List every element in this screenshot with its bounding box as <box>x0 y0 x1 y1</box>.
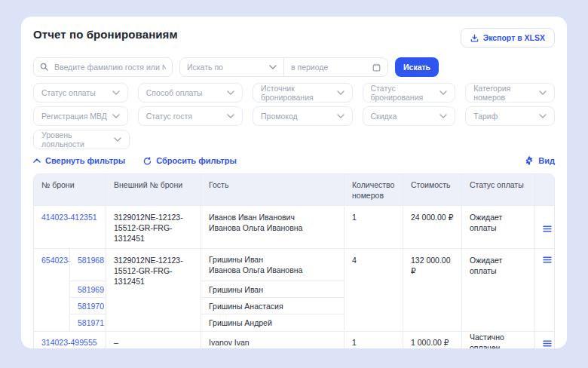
report-card: Отчет по бронированиям Экспорт в XLSX Ис… <box>21 17 567 348</box>
sub-booking-cell: 581970 <box>70 298 106 314</box>
booking-no-cell: 414023-412351 <box>34 206 106 248</box>
guest-cell: Иванов Иван Иванович Иванова Ольга Ивано… <box>201 206 345 248</box>
calendar-icon <box>372 63 381 72</box>
filter-mvd-registration[interactable]: Регистрация МВД <box>33 106 128 126</box>
booking-no-link[interactable]: 314023-499555 <box>41 337 97 348</box>
chevron-down-icon <box>112 90 120 95</box>
filter-label: Статус бронирования <box>371 84 440 102</box>
filter-tariff[interactable]: Тариф <box>465 106 555 126</box>
search-submit-button[interactable]: Искать <box>395 57 439 77</box>
booking-no-cell: 314023-499555 <box>34 332 106 348</box>
sub-booking-link[interactable]: 581970 <box>78 301 104 311</box>
export-button-label: Экспорт в XLSX <box>483 33 545 42</box>
chevron-down-icon <box>337 90 345 95</box>
period-date-input[interactable]: в периоде <box>284 58 387 76</box>
sub-booking-link[interactable]: 581968 <box>78 255 104 265</box>
chevron-down-icon <box>439 114 447 118</box>
sub-booking-link[interactable]: 581969 <box>78 284 104 295</box>
filter-booking-source[interactable]: Источник бронирования <box>253 83 353 103</box>
filter-guest-status[interactable]: Статус гостя <box>138 106 243 126</box>
search-row: Искать по в периоде Искать <box>33 57 555 77</box>
row-actions-button[interactable] <box>543 339 552 347</box>
bookings-table: № брони Внешний № брони Гость Количество… <box>33 173 555 348</box>
collapse-filters-label: Свернуть фильтры <box>45 156 125 165</box>
guest-name: Иванов Иван Иванович <box>209 212 336 222</box>
chevron-down-icon <box>227 114 234 118</box>
guest-name: Гришины Иван <box>209 254 336 265</box>
filter-label: Скидка <box>371 112 397 121</box>
header-payment-status: Статус оплаты <box>462 174 535 205</box>
filter-row-3: Уровень лояльности <box>33 130 555 149</box>
header-guest: Гость <box>201 174 345 205</box>
filter-promocode[interactable]: Промокод <box>253 106 353 126</box>
chevron-down-icon <box>337 114 345 118</box>
header-actions <box>535 174 554 205</box>
guest-cell: Ivanov Ivan <box>201 332 345 348</box>
header-booking-no: № брони <box>34 174 106 205</box>
table-row: 414023-412351 3129012NE-12123-15512-GR-F… <box>34 206 554 249</box>
filter-payment-method[interactable]: Способ оплаты <box>138 83 243 103</box>
rooms-cell: 4 <box>345 249 403 331</box>
table-row-group: 654023- 581968 581969 581970 581971 3129… <box>34 249 554 332</box>
guest-name: Гришины Анастасия <box>209 301 336 311</box>
guest-name: Иванова Ольга Ивановна <box>209 222 336 233</box>
row-actions-button[interactable] <box>543 212 552 244</box>
group-booking-no: 654023- <box>34 249 69 331</box>
chevron-down-icon <box>439 90 447 95</box>
header-external-no: Внешний № брони <box>106 174 201 205</box>
search-by-select[interactable]: Искать по <box>180 58 284 76</box>
filter-label: Статус оплаты <box>41 88 96 97</box>
page-title: Отчет по бронированиям <box>33 28 178 41</box>
guest-cell: Гришины Иван Иванова Ольга Ивановна Гриш… <box>201 249 345 331</box>
guest-sub-cell: Гришины Анастасия <box>201 298 344 314</box>
header-price: Стоимость <box>403 174 462 205</box>
filter-payment-status[interactable]: Статус оплаты <box>33 83 128 103</box>
external-no-cell: – <box>106 332 201 348</box>
booking-no-cell: 654023- 581968 581969 581970 581971 <box>34 249 106 331</box>
filter-label: Промокод <box>261 112 298 121</box>
guest-sub-cell: Гришины Андрей <box>201 314 344 331</box>
actions-cell <box>535 332 555 348</box>
guest-name: Гришины Андрей <box>209 317 336 328</box>
filter-booking-status[interactable]: Статус бронирования <box>363 83 456 103</box>
sub-booking-link[interactable]: 581971 <box>78 317 104 328</box>
sub-booking-cell: 581968 <box>70 249 106 281</box>
row-actions-button[interactable] <box>543 255 552 263</box>
chevron-down-icon <box>112 114 120 118</box>
price-cell: 1 000.00 ₽ <box>403 332 462 348</box>
export-xlsx-button[interactable]: Экспорт в XLSX <box>461 28 555 48</box>
filter-loyalty-level[interactable]: Уровень лояльности <box>33 130 130 149</box>
filter-label: Регистрация МВД <box>41 112 107 121</box>
collapse-filters-link[interactable]: Свернуть фильтры <box>33 156 125 165</box>
status-cell: Ожидает оплаты <box>462 249 535 331</box>
sub-bookings-column: 581968 581969 581970 581971 <box>69 249 106 331</box>
period-placeholder: в периоде <box>291 63 328 72</box>
table-header-row: № брони Внешний № брони Гость Количество… <box>34 174 554 206</box>
export-download-icon <box>470 34 479 42</box>
filter-label: Уровень лояльности <box>41 130 114 149</box>
guest-sub-cell: Гришины Иван <box>201 281 344 298</box>
filter-discount[interactable]: Скидка <box>363 106 456 126</box>
sub-booking-cell: 581969 <box>70 281 106 298</box>
header-rooms-count: Количество номеров <box>345 174 403 205</box>
gear-icon <box>525 156 534 165</box>
guest-name: Гришины Иван <box>209 284 336 295</box>
reset-filters-label: Сбросить фильтры <box>156 156 237 165</box>
rooms-cell: 1 <box>345 332 403 348</box>
booking-no-link[interactable]: 414023-412351 <box>41 213 97 222</box>
reset-icon <box>143 157 152 165</box>
booking-no-link[interactable]: 654023- <box>41 256 71 265</box>
view-settings-link[interactable]: Вид <box>525 156 555 165</box>
chevron-down-icon <box>227 90 234 95</box>
price-cell: 132 000.00 ₽ <box>403 249 462 331</box>
chevron-down-icon <box>539 90 547 95</box>
filter-row-1: Статус оплаты Способ оплаты Источник бро… <box>33 83 555 103</box>
search-box <box>33 57 173 77</box>
external-no-cell: 3129012NE-12123-15512-GR-FRG-1312451 <box>106 206 201 248</box>
filter-room-category[interactable]: Категория номеров <box>465 83 555 103</box>
chevron-up-icon <box>33 158 41 163</box>
reset-filters-link[interactable]: Сбросить фильтры <box>143 156 237 165</box>
filter-row-2: Регистрация МВД Статус гостя Промокод Ск… <box>33 106 555 126</box>
search-input[interactable] <box>33 57 173 77</box>
price-cell: 24 000.00 ₽ <box>403 206 462 248</box>
